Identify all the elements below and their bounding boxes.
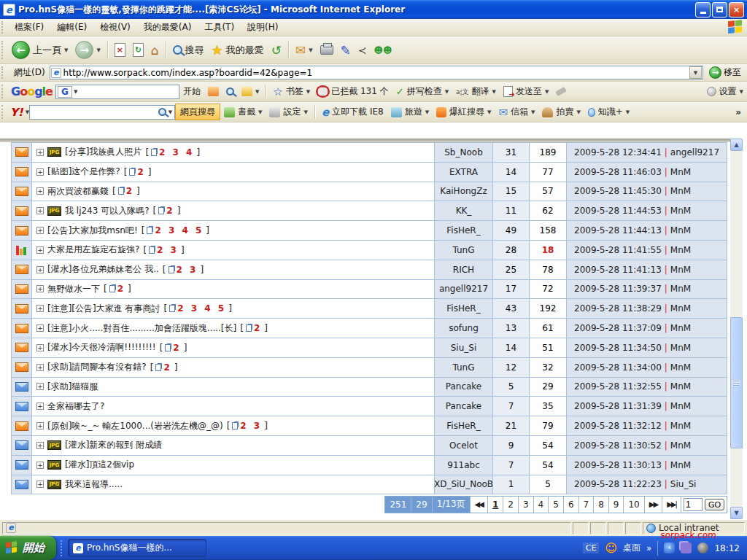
yahoo-knowledge-button[interactable]: 知識+▼ (584, 105, 633, 119)
lastpost-user[interactable]: angell9217 (670, 147, 719, 158)
expand-icon[interactable]: + (36, 149, 44, 156)
author-cell[interactable]: RICH (435, 260, 493, 279)
multipage-links[interactable]: [2 3 4 ] (145, 147, 200, 158)
messenger-button[interactable]: ≺ (355, 44, 371, 57)
lastpost-user[interactable]: MnM (670, 421, 691, 431)
page-number-4[interactable]: 4 (534, 497, 549, 513)
author-cell[interactable]: KK_ (435, 201, 493, 220)
lastpost-user[interactable]: MnM (670, 225, 691, 236)
thread-link[interactable]: 我 lj243 可以入隊嗎? (65, 205, 150, 217)
google-settings-button[interactable]: 设置▼ (703, 85, 747, 98)
expand-icon[interactable]: + (36, 383, 44, 390)
desktop-toolbar-label[interactable]: 桌面 (623, 542, 640, 554)
thread-link[interactable]: [贴图]这个是作弊? (47, 166, 120, 178)
multipage-links[interactable]: [2 ] (153, 206, 181, 216)
next-pages-button[interactable]: ▶▶ (645, 497, 662, 513)
expand-icon[interactable]: + (36, 305, 44, 312)
author-cell[interactable]: XD_SiU_NooB (435, 475, 493, 494)
toolbar-grip[interactable] (1, 41, 5, 60)
page-number-3[interactable]: 3 (519, 497, 534, 513)
scrollbar-thumb[interactable] (730, 317, 743, 448)
lastpost-user[interactable]: MnM (670, 343, 691, 353)
author-cell[interactable]: FisHeR_ (435, 299, 493, 318)
favorites-button[interactable]: ★ 我的最愛 (208, 42, 268, 58)
yahoo-auction-button[interactable]: 拍賣▼ (538, 105, 584, 119)
go-button[interactable]: → 移至 (703, 66, 747, 79)
yahoo-settings-button[interactable]: 設定▼ (266, 105, 311, 119)
author-cell[interactable]: TunG (435, 358, 493, 377)
thread-link[interactable]: [原创]唉~_~ 輸左1000...(岩岩洗左機@_@) (47, 420, 223, 432)
lastpost-user[interactable]: MnM (670, 265, 691, 275)
restore-button[interactable] (712, 2, 727, 18)
edit-button[interactable]: ✎ (337, 42, 355, 58)
google-pagerank-button[interactable] (204, 86, 222, 97)
multipage-links[interactable]: [2 3 4 5 ] (164, 303, 232, 314)
multipage-links[interactable]: [2 3 ] (227, 421, 268, 431)
menu-favorites[interactable]: 我的最愛(A) (137, 19, 198, 36)
thread-link[interactable]: 大家是用左旋定右旋強? (47, 244, 139, 256)
google-search-input[interactable]: G ▼ (55, 85, 179, 99)
lastpost-user[interactable]: MnM (670, 206, 691, 216)
thread-link[interactable]: [灌水]新來的報到 附成績 (65, 439, 162, 451)
spellcheck-button[interactable]: ✓ 拼写检查▼ (392, 85, 452, 98)
people-button[interactable]: ☻☻ (371, 44, 396, 56)
thread-link[interactable]: 無野做水一下 (47, 283, 100, 295)
multipage-links[interactable]: [2 ] (240, 323, 268, 333)
forward-dropdown-icon[interactable]: ▼ (96, 47, 100, 53)
highlighter-button[interactable] (552, 88, 570, 95)
taskbar-window-button[interactable]: e Pro.hnS像猫一樣的... (68, 539, 206, 557)
start-button[interactable]: 開始 (0, 536, 56, 560)
sendto-button[interactable]: 发送至▼ (500, 85, 552, 98)
author-cell[interactable]: FisHeR_ (435, 221, 493, 240)
address-dropdown-button[interactable]: ▼ (689, 66, 702, 79)
search-button[interactable]: 搜尋 (169, 43, 208, 58)
thread-link[interactable]: 全家福哪去了? (47, 400, 104, 413)
address-url[interactable]: http://www.sorpack.com/index.asp?boardid… (63, 68, 689, 78)
page-number-2[interactable]: 2 (503, 497, 519, 513)
expand-icon[interactable]: + (36, 422, 44, 429)
lastpost-user[interactable]: MnM (670, 303, 691, 314)
lastpost-user[interactable]: MnM (670, 362, 691, 373)
expand-icon[interactable]: + (36, 187, 44, 195)
author-cell[interactable]: Pancake (435, 378, 493, 397)
yahoo-bookmarks-button[interactable]: 書籤▼ (220, 105, 266, 119)
thread-link[interactable]: [灌水]今天很冷清啊!!!!!!!!! (47, 341, 156, 354)
lastpost-user[interactable]: MnM (670, 381, 691, 392)
language-indicator[interactable]: CE (583, 542, 600, 553)
toolbar-overflow-button[interactable]: » (735, 107, 747, 117)
thread-link[interactable]: [求助]猫猫服 (47, 381, 98, 393)
yahoo-websearch-button[interactable]: 網頁搜尋 (175, 104, 220, 120)
yahoo-hotsearch-button[interactable]: 爆紅搜尋▼ (433, 105, 495, 119)
toolbar-grip[interactable] (1, 85, 5, 98)
multipage-links[interactable]: [2 ] (104, 284, 131, 294)
home-button[interactable]: ⌂ (147, 42, 163, 58)
expand-icon[interactable]: + (36, 246, 44, 254)
multipage-links[interactable]: [2 3 ] (143, 245, 184, 255)
multipage-links[interactable]: [2 ] (124, 167, 152, 177)
toolbar-grip[interactable] (1, 66, 5, 78)
page-number-10[interactable]: 10 (624, 497, 644, 513)
page-number-1[interactable]: 1 (488, 497, 503, 513)
lastpost-user[interactable]: MnM (670, 460, 691, 470)
forward-button[interactable]: → ▼ (71, 40, 104, 60)
yahoo-logo[interactable]: Y! (8, 106, 26, 119)
multipage-links[interactable]: [2 3 4 5 ] (142, 225, 209, 236)
back-dropdown-icon[interactable]: ▼ (64, 47, 68, 53)
expand-icon[interactable]: + (36, 207, 44, 214)
thread-link[interactable]: [灌水]頂這2個vip (65, 459, 134, 471)
thread-link[interactable]: [公告]大家加我msn吧! (47, 225, 138, 237)
ie8-download-button[interactable]: e 立即下載 IE8 (318, 105, 387, 120)
author-cell[interactable]: KaiHongZz (435, 182, 493, 201)
minimize-button[interactable] (695, 2, 711, 18)
lastpost-user[interactable]: MnM (670, 323, 691, 333)
refresh-button[interactable]: ↻ (129, 42, 147, 58)
last-page-button[interactable]: ▶▶| (662, 497, 681, 513)
author-cell[interactable]: EXTRA (435, 163, 493, 182)
thread-link[interactable]: [注意][公告]大家進 有事商討 (47, 303, 160, 315)
author-cell[interactable]: FisHeR_ (435, 416, 493, 435)
thread-link[interactable]: [分享]我族眞人照片 (65, 146, 142, 158)
yahoo-search-input[interactable]: ▼ (29, 105, 175, 120)
close-button[interactable]: × (729, 2, 744, 18)
lastpost-user[interactable]: Siu_Si (670, 479, 697, 489)
author-cell[interactable]: Siu_Si (435, 338, 493, 357)
